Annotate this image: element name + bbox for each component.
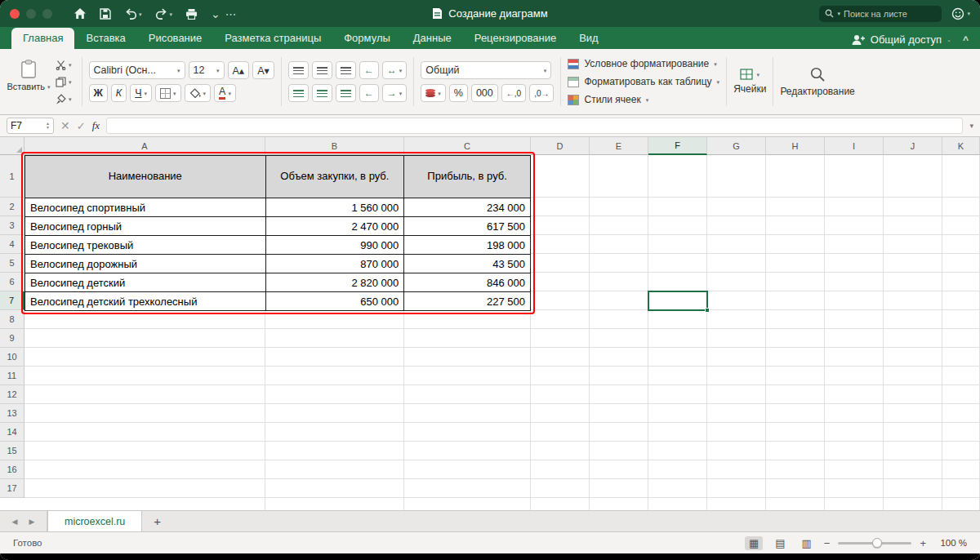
copy-button[interactable]: ▾ [52,74,75,89]
tab-Разметка страницы[interactable]: Разметка страницы [213,28,332,49]
table-cell[interactable]: 1 560 000 [266,198,405,217]
name-box[interactable]: F7 ▲▼ [7,118,54,134]
add-sheet-button[interactable]: + [142,511,172,531]
tab-Рисование[interactable]: Рисование [137,28,213,49]
font-size-select[interactable]: 12▾ [189,61,225,79]
zoom-in-button[interactable]: + [920,537,926,549]
column-header-K[interactable]: K [942,137,980,155]
percent-button[interactable]: % [449,84,468,102]
align-center-button[interactable] [312,84,332,102]
italic-button[interactable]: К [111,84,127,102]
borders-button[interactable]: ▾ [155,84,181,102]
table-cell[interactable]: Велосипед горный [25,217,266,236]
table-header-cell[interactable]: Наименование [25,156,266,198]
table-cell[interactable]: Велосипед трековый [25,236,266,255]
search-input[interactable]: ▾ Поиск на листе [819,6,942,22]
share-button[interactable]: Общий доступ ⌄ [851,33,951,46]
table-cell[interactable]: 2 820 000 [266,273,405,292]
redo-dropdown-caret[interactable]: ▾ [170,10,173,19]
table-cell[interactable]: Велосипед дорожный [25,255,266,273]
fill-handle[interactable] [705,308,710,313]
decrease-decimal-button[interactable]: ,0→ [529,84,554,102]
zoom-window-button[interactable] [42,9,52,19]
row-header-13[interactable]: 13 [0,404,24,423]
table-header-cell[interactable]: Прибыль, в руб. [404,156,531,198]
table-cell[interactable]: 234 000 [404,198,531,217]
table-cell[interactable]: Велосипед спортивный [25,198,266,217]
row-header-5[interactable]: 5 [0,254,24,273]
table-cell[interactable]: 870 000 [266,255,405,273]
format-painter-button[interactable]: ▾ [52,91,75,106]
sheet-tab-microexcel[interactable]: microexcel.ru [47,511,142,531]
row-header-10[interactable]: 10 [0,348,24,367]
page-layout-view-button[interactable]: ▤ [771,536,789,550]
editing-group[interactable]: Редактирование [780,66,854,97]
row-header-1[interactable]: 1 [0,155,24,198]
align-bottom-button[interactable] [336,61,356,79]
normal-view-button[interactable]: ▦ [745,536,763,550]
bold-button[interactable]: Ж [89,84,108,102]
column-header-J[interactable]: J [884,137,942,155]
row-header-14[interactable]: 14 [0,423,24,442]
row-header-12[interactable]: 12 [0,385,24,404]
undo-button[interactable]: ▾ [124,8,142,20]
table-cell[interactable]: 198 000 [404,236,531,255]
tab-Рецензирование[interactable]: Рецензирование [463,28,568,49]
tab-Данные[interactable]: Данные [402,28,463,49]
confirm-entry-button[interactable]: ✓ [77,120,86,132]
row-header-6[interactable]: 6 [0,273,24,291]
insert-function-button[interactable]: fx [92,119,100,132]
zoom-slider-knob[interactable] [872,538,882,548]
grow-font-button[interactable]: A▴ [228,61,250,79]
prev-sheet-button[interactable]: ◀ [12,518,18,526]
table-cell[interactable]: 227 500 [404,292,531,311]
share-caret[interactable]: ⌄ [947,35,951,44]
tab-Формулы[interactable]: Формулы [332,28,402,49]
table-cell[interactable]: Велосипед детский [25,273,266,292]
redo-button[interactable]: ▾ [155,8,173,20]
page-break-view-button[interactable]: ▥ [798,536,816,550]
align-middle-button[interactable] [312,61,332,79]
paste-caret[interactable]: ▾ [47,84,51,90]
tab-Вставка[interactable]: Вставка [74,28,136,49]
cancel-entry-button[interactable]: ✕ [60,119,70,132]
column-header-E[interactable]: E [590,137,648,155]
comma-style-button[interactable]: 000 [471,84,498,102]
feedback-button[interactable]: ▾ [951,7,970,20]
table-cell[interactable]: 617 500 [404,217,531,236]
merge-center-button[interactable]: ↔▾ [382,61,408,79]
minimize-button[interactable] [26,9,36,19]
table-header-cell[interactable]: Объем закупки, в руб. [266,156,405,198]
selected-cell-F7[interactable] [648,291,708,311]
row-header-11[interactable]: 11 [0,367,24,385]
table-cell[interactable]: 43 500 [404,255,531,273]
table-cell[interactable]: 990 000 [266,236,405,255]
tab-Вид[interactable]: Вид [568,28,610,49]
paste-button[interactable]: Вставить▾ [7,57,51,106]
print-button[interactable] [185,8,198,20]
select-all-corner[interactable] [0,137,24,155]
row-header-17[interactable]: 17 [0,479,24,498]
collapse-ribbon-button[interactable]: ^ [960,34,972,46]
close-button[interactable] [10,9,20,19]
row-header-4[interactable]: 4 [0,235,24,254]
save-button[interactable] [100,8,111,20]
conditional-formatting-button[interactable]: Условное форматирование▾ [568,56,719,72]
column-header-D[interactable]: D [531,137,590,155]
cells-caret[interactable]: ▾ [756,72,760,78]
align-right-button[interactable] [336,84,356,102]
row-header-8[interactable]: 8 [0,310,24,329]
cell-styles-button[interactable]: Стили ячеек▾ [568,92,719,108]
number-format-select[interactable]: Общий▾ [421,61,551,79]
cut-button[interactable]: ▾ [52,57,75,72]
row-header-16[interactable]: 16 [0,460,24,479]
column-header-C[interactable]: C [404,137,531,155]
tab-Главная[interactable]: Главная [11,28,74,49]
row-header-2[interactable]: 2 [0,198,24,216]
underline-button[interactable]: Ч▾ [130,84,152,102]
table-cell[interactable]: 650 000 [266,292,405,311]
column-header-F[interactable]: F [648,137,707,155]
feedback-caret[interactable]: ▾ [967,9,970,18]
expand-formula-bar-button[interactable]: ▾ [969,122,973,130]
decrease-indent-button[interactable]: ← [359,84,379,102]
